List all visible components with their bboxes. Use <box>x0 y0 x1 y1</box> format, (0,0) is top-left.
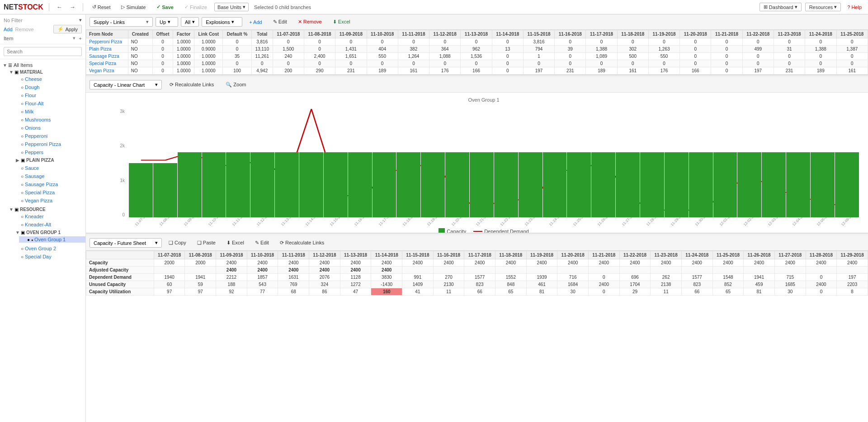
tree-node-row[interactable]: ▼▣Oven Group 1 <box>13 230 85 235</box>
tree-node-label: Oven Group 2 <box>25 246 56 251</box>
tree-node-row[interactable]: ▶▣Plain Pizza <box>13 157 85 163</box>
paste-button[interactable]: ❑ Paste <box>193 238 220 248</box>
finalize-button[interactable]: ✓Finalize <box>181 3 211 11</box>
chart-bar <box>835 152 859 217</box>
capacity-cell: 0 <box>589 288 620 295</box>
capacity-cell: 1409 <box>402 281 434 288</box>
demand-legend-line <box>473 231 482 232</box>
tree-node-row[interactable]: ○Dough <box>13 84 85 90</box>
all-dropdown[interactable]: All ▾ <box>181 17 199 27</box>
supply-column-header: 11-23-2018 <box>774 30 805 38</box>
tree-node-row[interactable]: ○Kneader <box>13 213 85 220</box>
chart-bar <box>153 163 177 217</box>
chart-dropdown[interactable]: Capacity - Linear Chart ▾ <box>90 80 162 89</box>
table-cell: 100 <box>223 67 251 75</box>
tree-node-row[interactable]: ▼▣MATERIAL <box>6 69 85 75</box>
chart-bar <box>421 152 445 217</box>
table-cell[interactable]: Pepperoni Pizza <box>86 38 128 46</box>
capacity-row-label: Dependent Demand <box>86 274 154 281</box>
capacity-cell: 2400 <box>589 281 620 288</box>
base-units-dropdown[interactable]: Base Units ▾ <box>214 3 249 11</box>
tree-node-row[interactable]: ○Sausage <box>13 173 85 179</box>
table-row[interactable]: Sausage PizzaNO01.00001.00003511,2612402… <box>86 53 868 60</box>
search-input[interactable] <box>4 47 82 56</box>
save-button[interactable]: ✓Save <box>153 3 177 11</box>
chart-section: Capacity - Linear Chart ▾ ⟳ Recalculate … <box>86 77 868 234</box>
tree-node-row[interactable]: ○Onions <box>13 125 85 131</box>
table-row[interactable]: Pepperoni PizzaNO01.00001.000003,8160000… <box>86 38 868 46</box>
tree-node-row[interactable]: ○Flour <box>13 92 85 98</box>
table-cell[interactable]: Sausage Pizza <box>86 53 128 60</box>
excel-button[interactable]: ⬇ Excel <box>329 17 354 27</box>
cap-recalculate-button[interactable]: ⟳ Recalculate Links <box>276 238 328 248</box>
tree-node-row[interactable]: ○Sauce <box>13 165 85 171</box>
tree-node-row[interactable]: ○Peppers <box>13 149 85 155</box>
tree-node-row[interactable]: ▼▣RESOURCE <box>6 206 85 212</box>
tree-node-row[interactable]: ○Cheese <box>13 76 85 82</box>
tree-item-icon: ○ <box>21 150 24 155</box>
table-cell[interactable]: Vegan Pizza <box>86 67 128 75</box>
supply-column-header: 11-21-2018 <box>711 30 742 38</box>
chart-bar <box>689 152 713 217</box>
tree-node-row[interactable]: ○Mushrooms <box>13 117 85 123</box>
filter-dropdown[interactable]: ▾ <box>79 17 82 23</box>
zoom-button[interactable]: 🔍 Zoom <box>222 80 250 89</box>
reset-button[interactable]: ↺Reset <box>89 3 114 11</box>
remove-button[interactable]: ✕ Remove <box>294 17 326 27</box>
forward-button[interactable]: → <box>68 3 77 11</box>
tree-node-row[interactable]: ○Pepperoni Pizza <box>13 141 85 147</box>
recalculate-links-button[interactable]: ⟳ Recalculate Links <box>165 80 218 89</box>
direction-dropdown[interactable]: Up ▾ <box>156 17 178 27</box>
simulate-button[interactable]: ▷Simulate <box>118 3 149 11</box>
add-button[interactable]: + Add <box>245 18 266 27</box>
x-axis-label: 11-21-2018 <box>473 217 497 226</box>
table-cell: 1.0000 <box>194 53 223 60</box>
table-cell: 0 <box>429 38 461 46</box>
tree-toggle-icon: ▼ <box>2 63 8 68</box>
table-row[interactable]: Vegan PizzaNO01.00001.00001004,942200290… <box>86 67 868 75</box>
supply-dropdown[interactable]: Supply - Links ▾ <box>90 17 153 27</box>
capacity-cell: 324 <box>309 281 340 288</box>
table-cell[interactable]: Plain Pizza <box>86 46 128 53</box>
tree-node: ○Cheese <box>13 75 85 83</box>
table-cell: 1.0000 <box>194 60 223 67</box>
tree-node-row[interactable]: ●Oven Group 1 <box>19 236 85 243</box>
cap-excel-button[interactable]: ⬇ Excel <box>222 238 248 248</box>
tree-node-row[interactable]: ○Oven Group 2 <box>13 245 85 252</box>
table-cell: 0.9000 <box>194 46 223 53</box>
edit-button[interactable]: ✎ Edit <box>269 17 291 27</box>
tree-node: ▼▣Oven Group 1●Oven Group 1 <box>13 229 85 244</box>
table-row[interactable]: Plain PizzaNO01.00000.9000013,1101,50001… <box>86 46 868 53</box>
table-cell: 197 <box>523 67 554 75</box>
back-button[interactable]: ← <box>55 3 64 11</box>
cap-edit-button[interactable]: ✎ Edit <box>251 238 273 248</box>
tree-item-icon: ○ <box>21 246 24 251</box>
resources-button[interactable]: Resources ▾ <box>805 3 841 11</box>
help-button[interactable]: ? Help <box>844 4 864 11</box>
dashboard-button[interactable]: ⊞ Dashboard ▾ <box>760 3 802 11</box>
tree-children: ▼▣MATERIAL○Cheese○Dough○Flour○Flour-Alt○… <box>0 68 85 262</box>
capacity-cell: 2400 <box>651 259 682 267</box>
tree-node-row[interactable]: ○Vegan Pizza <box>13 197 85 204</box>
capacity-dropdown[interactable]: Capacity - Future Sheet ▾ <box>90 238 162 248</box>
add-filter-button[interactable]: Add <box>4 27 13 32</box>
apply-button[interactable]: ⚡ Apply <box>53 25 82 33</box>
tree-node-row[interactable]: ○Special Pizza <box>13 189 85 196</box>
tree-node-row[interactable]: ▼☰All Items <box>0 62 85 68</box>
tree-node-row[interactable]: ○Special Day <box>13 253 85 260</box>
copy-button[interactable]: ❑ Copy <box>165 238 190 248</box>
item-add-icon[interactable]: + <box>79 36 82 41</box>
table-row[interactable]: Special PizzaNO01.00001.0000000000000000… <box>86 60 868 67</box>
tree-node-row[interactable]: ○Sausage Pizza <box>13 181 85 188</box>
capacity-cell: 262 <box>651 274 682 281</box>
tree-node-row[interactable]: ○Kneader-Alt <box>13 221 85 228</box>
table-cell: 166 <box>680 67 711 75</box>
tree-node-row[interactable]: ○Flour-Alt <box>13 100 85 107</box>
explosions-dropdown[interactable]: Explosions ▾ <box>202 17 242 27</box>
supply-column-header: 11-07-2018 <box>273 30 304 38</box>
table-cell: 302 <box>617 46 648 53</box>
table-cell[interactable]: Special Pizza <box>86 60 128 67</box>
table-cell: 0 <box>251 60 273 67</box>
tree-node-row[interactable]: ○Milk <box>13 108 85 115</box>
tree-node-row[interactable]: ○Pepperoni <box>13 133 85 139</box>
